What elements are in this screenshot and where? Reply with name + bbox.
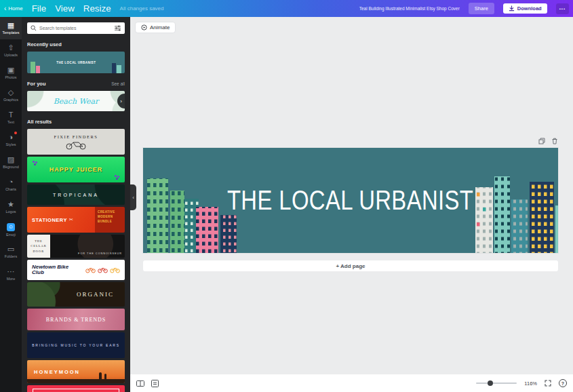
filter-icon[interactable] (114, 25, 121, 31)
bicycle-icon (85, 267, 96, 273)
zoom-slider[interactable] (476, 383, 517, 384)
next-chevron-icon: › (120, 98, 122, 104)
help-button[interactable]: ? (559, 379, 567, 387)
folders-icon: ▭ (7, 246, 14, 253)
template-title: HAPPY JUICER (50, 166, 102, 173)
search-bar[interactable] (27, 22, 125, 34)
template-title: Newtown Bike Club (32, 264, 71, 276)
bicycle-icon (64, 140, 87, 150)
animate-button[interactable]: Animate (135, 22, 176, 33)
workspace: Animate (130, 17, 573, 392)
sidebar-item-templates[interactable]: ▦ Templates (0, 17, 22, 39)
new-badge (14, 132, 17, 134)
template-thumbnail-newtown-bike-club[interactable]: Newtown Bike Club (27, 260, 125, 280)
canva-editor: ‹ Home File View Resize All changes save… (0, 0, 573, 392)
sidebar-item-emoji[interactable]: ☺ Emoji (0, 218, 22, 241)
template-thumbnail-beach-wear[interactable]: Beach Wear › (27, 91, 125, 111)
sidebar-item-graphics[interactable]: ◇ Graphics (0, 84, 22, 106)
design-title-text[interactable]: THE LOCAL URBANIST (227, 185, 473, 216)
template-side-text: FOR THE CONNOISSEUR (50, 235, 125, 258)
template-title: FIXIE FINDERS (54, 134, 98, 139)
templates-icon: ▦ (7, 22, 14, 29)
template-title: BRANDS & TRENDS (46, 317, 106, 323)
photos-icon: ▣ (7, 66, 14, 74)
sidebar-item-photos[interactable]: ▣ Photos (0, 62, 22, 84)
home-button[interactable]: ‹ Home (4, 5, 23, 12)
design-canvas[interactable]: THE LOCAL URBANIST (143, 148, 558, 253)
panel-collapse-icon: ‹ (132, 195, 134, 201)
pages-view-button[interactable] (136, 380, 144, 387)
templates-panel: Recently used THE LOCAL URBANIST For you… (22, 17, 130, 392)
sidebar-item-logos[interactable]: ★ Logos (0, 196, 22, 218)
sidebar-item-background[interactable]: ▨ Bkground (0, 151, 22, 174)
status-bar: 116% ? (130, 374, 573, 392)
styles-icon: ◑ (9, 134, 14, 141)
notes-button[interactable] (151, 380, 159, 387)
more-options-button[interactable]: ••• (556, 3, 569, 14)
menu-file[interactable]: File (32, 3, 46, 14)
template-title: THE CELLAR DOOR (27, 235, 50, 258)
see-all-link[interactable]: See all (111, 81, 125, 86)
mini-building (117, 65, 121, 73)
scissors-icon: ✂ (69, 217, 73, 222)
sidebar-item-styles[interactable]: ◑ Styles (0, 129, 22, 151)
template-title: BRINGING MUSIC TO YOUR EARS (32, 343, 120, 347)
sidebar-rail: ▦ Templates ⇧ Uploads ▣ Photos ◇ Graphic… (0, 17, 22, 392)
download-icon (509, 5, 515, 12)
sidebar-item-folders[interactable]: ▭ Folders (0, 241, 22, 263)
template-title: STATIONERY (32, 217, 67, 223)
silhouette-ground (27, 379, 125, 383)
template-thumbnail-cellar-door[interactable]: THE CELLAR DOOR FOR THE CONNOISSEUR (27, 235, 125, 258)
menu-resize[interactable]: Resize (83, 3, 111, 14)
mini-building (36, 66, 40, 73)
menu-view[interactable]: View (55, 3, 75, 14)
logos-icon: ★ (7, 201, 14, 208)
fullscreen-button[interactable] (545, 380, 551, 387)
grapes-icon (33, 161, 35, 163)
zoom-level: 116% (524, 380, 537, 387)
template-thumbnail-happy-juicer[interactable]: HAPPY JUICER (27, 157, 125, 182)
sidebar-item-charts[interactable]: ◔ Charts (0, 174, 22, 196)
silhouette-figure (99, 372, 102, 380)
sidebar-item-text[interactable]: T Text (0, 106, 22, 129)
document-title[interactable]: Teal Building Illustrated Minimalist Ets… (359, 6, 460, 11)
template-thumbnail-organic[interactable]: ORGANIC (27, 282, 125, 307)
sidebar-item-uploads[interactable]: ⇧ Uploads (0, 39, 22, 62)
share-button[interactable]: Share (469, 3, 494, 14)
mini-building (31, 62, 35, 73)
emoji-icon: ☺ (7, 223, 15, 231)
section-header-all-results: All results (27, 119, 125, 125)
template-title: ORGANIC (77, 291, 114, 298)
bicycle-icon (110, 267, 120, 273)
text-icon: T (9, 111, 14, 119)
template-thumbnail-honeymoon[interactable]: HONEYMOON (27, 360, 125, 383)
mini-building (112, 63, 116, 73)
template-thumbnail-stationery[interactable]: STATIONERY ✂ CREATIVE MODERN BUNDLE (27, 207, 125, 233)
template-title: TROPICANA (53, 193, 99, 197)
uploads-icon: ⇧ (7, 44, 14, 52)
border-frame (33, 389, 119, 392)
template-thumbnail-recent[interactable]: THE LOCAL URBANIST (27, 52, 125, 73)
template-thumbnail-brands-trends[interactable]: BRANDS & TRENDS (27, 309, 125, 330)
template-thumbnail-fixie-finders[interactable]: FIXIE FINDERS (27, 129, 125, 155)
zoom-slider-handle[interactable] (488, 380, 493, 386)
delete-page-button[interactable] (551, 138, 558, 144)
panel-collapse-handle[interactable]: ‹ (130, 184, 136, 210)
grapes-icon (115, 175, 117, 177)
template-title: THE LOCAL URBANIST (56, 60, 96, 64)
page-actions (538, 138, 558, 144)
download-button[interactable]: Download (503, 3, 547, 14)
buildings-right-illustration[interactable] (475, 168, 558, 253)
sidebar-item-more[interactable]: ⋯ More (0, 263, 22, 286)
home-label: Home (8, 5, 22, 12)
back-chevron-icon: ‹ (4, 5, 6, 12)
template-thumbnail-partial[interactable] (27, 385, 125, 392)
save-status: All changes saved (120, 5, 164, 12)
search-input[interactable] (39, 26, 111, 31)
animate-icon (141, 24, 147, 31)
template-thumbnail-bringing-music[interactable]: BRINGING MUSIC TO YOUR EARS (27, 332, 125, 358)
carousel-next-button[interactable]: › (117, 94, 125, 109)
add-page-button[interactable]: + Add page (143, 260, 558, 271)
template-thumbnail-tropicana[interactable]: TROPICANA (27, 184, 125, 205)
duplicate-page-button[interactable] (538, 138, 545, 144)
